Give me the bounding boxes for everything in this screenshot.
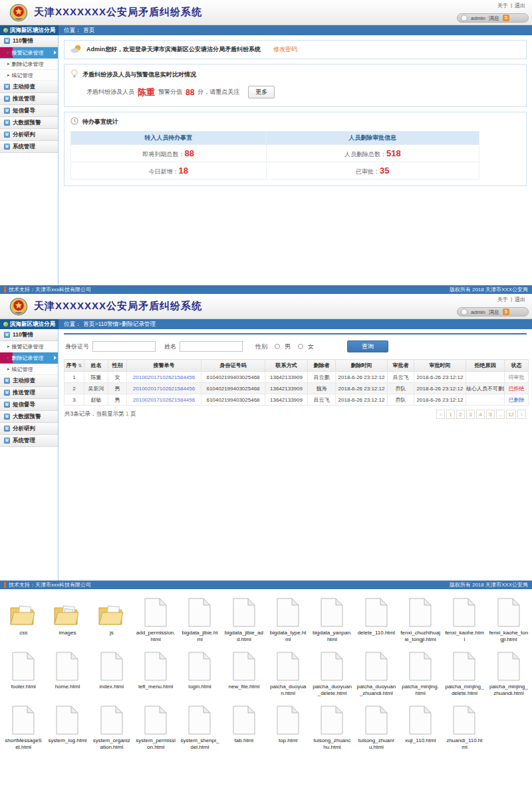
column-header[interactable]: 审批时间: [414, 360, 466, 372]
breadcrumb-item[interactable]: 110警情: [98, 321, 118, 327]
male-radio[interactable]: [275, 344, 280, 349]
sidebar-item-3[interactable]: 短信督导: [0, 399, 58, 411]
page-button[interactable]: 4: [476, 410, 485, 419]
sort-icon[interactable]: ⇅: [78, 363, 82, 368]
sidebar-item-1[interactable]: 主动排查: [0, 375, 58, 387]
file-item[interactable]: bigdata_jibie.html: [178, 592, 221, 643]
sidebar-subitem-3[interactable]: ▸续记管理: [0, 364, 58, 375]
change-password-link[interactable]: 修改密码: [273, 45, 297, 54]
file-item[interactable]: xuji_110.html: [398, 700, 442, 751]
column-header[interactable]: 拒绝原因: [466, 360, 505, 372]
sidebar-item-2[interactable]: 推送管理: [0, 93, 58, 105]
file-item[interactable]: new_file.html: [222, 646, 266, 697]
file-item[interactable]: bigdata_yanpan.html: [310, 592, 354, 643]
case-number-link[interactable]: 201002017102621584456: [127, 394, 201, 406]
sidebar-item-1[interactable]: 主动排查: [0, 81, 58, 93]
file-item[interactable]: footer.html: [1, 646, 45, 697]
user-bar[interactable]: admin 消息 5: [457, 307, 529, 317]
column-header[interactable]: 接警单号: [127, 360, 201, 372]
file-item[interactable]: paicha_minjing_zhuandi.html: [487, 646, 531, 697]
logout-link[interactable]: 退出: [515, 296, 525, 303]
file-item[interactable]: fenxi_kaohe.html: [442, 592, 486, 643]
breadcrumb-item[interactable]: 删除记录管理: [122, 321, 156, 327]
folder-item[interactable]: images: [45, 592, 89, 643]
messages-link[interactable]: 消息: [489, 15, 499, 22]
breadcrumb-item[interactable]: 首页: [84, 321, 95, 327]
breadcrumb-item[interactable]: 首页: [84, 27, 95, 33]
file-item[interactable]: fenxi_chuzhihuajie_tongji.html: [398, 592, 442, 643]
logout-link[interactable]: 退出: [515, 2, 525, 9]
sidebar-item-6[interactable]: 系统管理: [0, 141, 58, 153]
file-item[interactable]: shortMessageSet.html: [1, 700, 45, 751]
message-count-badge[interactable]: 5: [503, 309, 509, 315]
about-link[interactable]: 关于: [497, 2, 508, 9]
sidebar-item-5[interactable]: 分析研判: [0, 129, 58, 141]
column-header[interactable]: 审批者: [388, 360, 414, 372]
file-item[interactable]: paicha_duoyuan_delete.html: [310, 646, 354, 697]
messages-link[interactable]: 消息: [489, 309, 499, 316]
file-item[interactable]: system_permission.html: [134, 700, 178, 751]
file-item[interactable]: paicha_minjing.html: [398, 646, 442, 697]
case-number-link[interactable]: 201002017102621584456: [127, 372, 201, 383]
file-item[interactable]: tuisong_zhuanru.html: [354, 700, 398, 751]
file-item[interactable]: add_permission.html: [134, 592, 178, 643]
file-item[interactable]: system_log.html: [45, 700, 89, 751]
page-button[interactable]: 5: [486, 410, 495, 419]
next-page-button[interactable]: ›: [517, 410, 526, 419]
sidebar-subitem-3[interactable]: ▸续记管理: [0, 70, 58, 81]
column-header[interactable]: 序号⇅: [65, 360, 84, 372]
file-item[interactable]: login.html: [178, 646, 221, 697]
column-header[interactable]: 性别: [108, 360, 127, 372]
file-item[interactable]: paicha_duoyuan_zhuandi.html: [354, 646, 398, 697]
column-header[interactable]: 身份证号码: [201, 360, 265, 372]
sidebar-subitem-1[interactable]: ▸接警记录管理: [0, 341, 58, 352]
page-button[interactable]: 1: [446, 410, 455, 419]
file-item[interactable]: bigdata_type.html: [266, 592, 310, 643]
page-button[interactable]: 2: [456, 410, 465, 419]
about-link[interactable]: 关于: [497, 296, 508, 303]
sidebar-group-110jingqing[interactable]: 110警情: [0, 329, 58, 341]
folder-item[interactable]: js: [90, 592, 134, 643]
file-item[interactable]: fenxi_kaohe_tongji.html: [487, 592, 531, 643]
file-item[interactable]: tab.html: [222, 700, 266, 751]
female-radio[interactable]: [298, 344, 303, 349]
file-item[interactable]: top.html: [266, 700, 310, 751]
file-item[interactable]: home.html: [45, 646, 89, 697]
file-item[interactable]: zhuandi_110.html: [442, 700, 486, 751]
sidebar-item-2[interactable]: 推送管理: [0, 387, 58, 399]
file-item[interactable]: system_shenpi_del.html: [178, 700, 221, 751]
file-item[interactable]: paicha_minjing_delete.html: [442, 646, 486, 697]
page-button[interactable]: ...: [496, 410, 505, 419]
sidebar-item-4[interactable]: 大数据预警: [0, 411, 58, 423]
name-input[interactable]: [180, 341, 243, 352]
user-bar[interactable]: admin 消息 5: [457, 13, 529, 23]
sidebar-subitem-2[interactable]: ▸删除记录管理: [0, 59, 58, 70]
file-item[interactable]: left_menu.html: [134, 646, 178, 697]
id-number-input[interactable]: [92, 341, 156, 352]
more-button[interactable]: 更多: [248, 86, 275, 98]
message-count-badge[interactable]: 5: [503, 15, 509, 21]
sidebar-item-4[interactable]: 大数据预警: [0, 117, 58, 129]
prev-page-button[interactable]: ‹: [436, 410, 445, 419]
sidebar-subitem-1[interactable]: ▸接警记录管理: [0, 47, 58, 59]
file-item[interactable]: paicha_duoyuan.html: [266, 646, 310, 697]
file-item[interactable]: system_organization.html: [90, 700, 134, 751]
search-button[interactable]: 查询: [347, 340, 388, 352]
column-header[interactable]: 姓名: [84, 360, 108, 372]
file-item[interactable]: bigdata_jibie_add.html: [222, 592, 266, 643]
sidebar-group-110jingqing[interactable]: 110警情: [0, 35, 58, 47]
file-item[interactable]: delete_110.html: [354, 592, 398, 643]
case-number-link[interactable]: 201002017102621584456: [127, 383, 201, 394]
page-button[interactable]: 3: [466, 410, 475, 419]
column-header[interactable]: 联系方式: [265, 360, 308, 372]
page-button[interactable]: 12: [506, 410, 516, 419]
file-item[interactable]: index.html: [90, 646, 134, 697]
column-header[interactable]: 状态: [505, 360, 529, 372]
sidebar-item-6[interactable]: 系统管理: [0, 435, 58, 447]
column-header[interactable]: 删除者: [308, 360, 336, 372]
sidebar-item-3[interactable]: 短信督导: [0, 105, 58, 117]
sidebar-item-5[interactable]: 分析研判: [0, 423, 58, 435]
folder-item[interactable]: css: [1, 592, 45, 643]
column-header[interactable]: 删除时间: [336, 360, 388, 372]
sidebar-subitem-2[interactable]: ▸删除记录管理: [0, 352, 58, 364]
